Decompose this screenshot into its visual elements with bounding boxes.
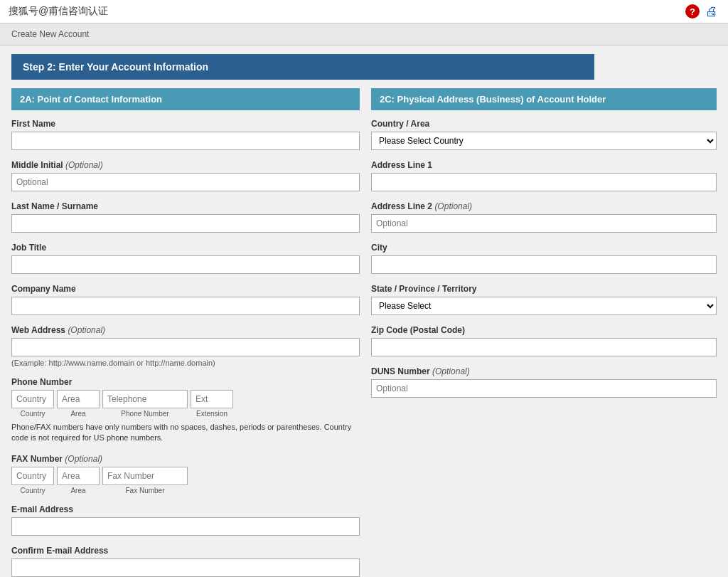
section-2a-header: 2A: Point of Contact Information <box>11 88 360 110</box>
city-group: City <box>371 243 717 274</box>
email-label: E-mail Address <box>11 504 360 514</box>
phone-ext-input[interactable] <box>191 390 233 408</box>
duns-label: DUNS Number (Optional) <box>371 366 717 376</box>
step-header: Step 2: Enter Your Account Information <box>11 54 594 80</box>
phone-telephone-label: Phone Number <box>102 410 188 418</box>
fax-country-input[interactable] <box>11 467 54 485</box>
job-title-group: Job Title <box>11 243 360 274</box>
address1-label: Address Line 1 <box>371 160 717 170</box>
left-column: 2A: Point of Contact Information First N… <box>11 88 360 577</box>
middle-initial-input[interactable] <box>11 173 360 191</box>
address2-group: Address Line 2 (Optional) <box>371 201 717 233</box>
country-label: Country / Area <box>371 119 717 129</box>
help-icon[interactable]: ? <box>685 4 700 18</box>
job-title-label: Job Title <box>11 243 360 253</box>
fax-area-label: Area <box>57 487 100 494</box>
country-select[interactable]: Please Select Country <box>371 132 717 150</box>
last-name-group: Last Name / Surname <box>11 201 360 233</box>
middle-initial-group: Middle Initial (Optional) <box>11 160 360 191</box>
top-icons: ? 🖨 <box>685 4 719 18</box>
fax-country-field: Country <box>11 467 54 494</box>
fax-number-group: FAX Number (Optional) Country Area Fax N… <box>11 454 360 494</box>
email-group: E-mail Address <box>11 504 360 536</box>
phone-telephone-field: Phone Number <box>102 390 188 418</box>
first-name-label: First Name <box>11 119 360 129</box>
phone-ext-field: Extension <box>191 390 233 418</box>
fax-number-input[interactable] <box>102 467 188 485</box>
fax-row: Country Area Fax Number <box>11 467 360 494</box>
country-group: Country / Area Please Select Country <box>371 119 717 150</box>
phone-telephone-input[interactable] <box>102 390 188 408</box>
phone-country-label: Country <box>11 410 54 418</box>
site-title: 搜狐号@甫信咨询认证 <box>9 5 108 18</box>
company-name-label: Company Name <box>11 284 360 294</box>
last-name-label: Last Name / Surname <box>11 201 360 211</box>
web-address-hint: (Example: http://www.name.domain or http… <box>11 359 360 367</box>
phone-note: Phone/FAX numbers have only numbers with… <box>11 422 360 444</box>
company-name-input[interactable] <box>11 297 360 315</box>
address1-group: Address Line 1 <box>371 160 717 191</box>
phone-area-input[interactable] <box>57 390 100 408</box>
web-address-label: Web Address (Optional) <box>11 325 360 335</box>
state-select[interactable]: Please Select <box>371 297 717 315</box>
fax-number-label: FAX Number (Optional) <box>11 454 360 464</box>
fax-area-input[interactable] <box>57 467 100 485</box>
first-name-input[interactable] <box>11 132 360 150</box>
job-title-input[interactable] <box>11 255 360 274</box>
phone-country-input[interactable] <box>11 390 54 408</box>
section-2c-header: 2C: Physical Address (Business) of Accou… <box>371 88 717 110</box>
breadcrumb: Create New Account <box>0 23 728 46</box>
fax-area-field: Area <box>57 467 100 494</box>
zip-group: Zip Code (Postal Code) <box>371 325 717 356</box>
web-address-input[interactable] <box>11 338 360 356</box>
fax-number-field: Fax Number <box>102 467 188 494</box>
email-input[interactable] <box>11 517 360 536</box>
right-column: 2C: Physical Address (Business) of Accou… <box>371 88 717 577</box>
confirm-email-group: Confirm E-mail Address <box>11 546 360 577</box>
duns-input[interactable] <box>371 379 717 398</box>
middle-initial-label: Middle Initial (Optional) <box>11 160 360 170</box>
top-bar: 搜狐号@甫信咨询认证 ? 🖨 <box>0 0 728 23</box>
zip-input[interactable] <box>371 338 717 356</box>
main-container: Step 2: Enter Your Account Information 2… <box>0 46 728 577</box>
first-name-group: First Name <box>11 119 360 150</box>
company-name-group: Company Name <box>11 284 360 315</box>
address2-input[interactable] <box>371 214 717 233</box>
fax-country-label: Country <box>11 487 54 494</box>
city-input[interactable] <box>371 255 717 274</box>
duns-group: DUNS Number (Optional) <box>371 366 717 398</box>
print-icon[interactable]: 🖨 <box>705 4 719 18</box>
fax-number-label: Fax Number <box>102 487 188 494</box>
phone-area-label: Area <box>57 410 100 418</box>
state-group: State / Province / Territory Please Sele… <box>371 284 717 315</box>
phone-ext-label: Extension <box>191 410 233 418</box>
confirm-email-label: Confirm E-mail Address <box>11 546 360 556</box>
phone-number-group: Phone Number Country Area Phone Number <box>11 377 360 444</box>
city-label: City <box>371 243 717 253</box>
phone-area-field: Area <box>57 390 100 418</box>
address2-label: Address Line 2 (Optional) <box>371 201 717 211</box>
last-name-input[interactable] <box>11 214 360 233</box>
phone-number-label: Phone Number <box>11 377 360 387</box>
confirm-email-input[interactable] <box>11 559 360 577</box>
state-label: State / Province / Territory <box>371 284 717 294</box>
phone-row: Country Area Phone Number Extension <box>11 390 360 418</box>
phone-country-field: Country <box>11 390 54 418</box>
address1-input[interactable] <box>371 173 717 191</box>
two-column-layout: 2A: Point of Contact Information First N… <box>11 88 717 577</box>
web-address-group: Web Address (Optional) (Example: http://… <box>11 325 360 367</box>
zip-label: Zip Code (Postal Code) <box>371 325 717 335</box>
